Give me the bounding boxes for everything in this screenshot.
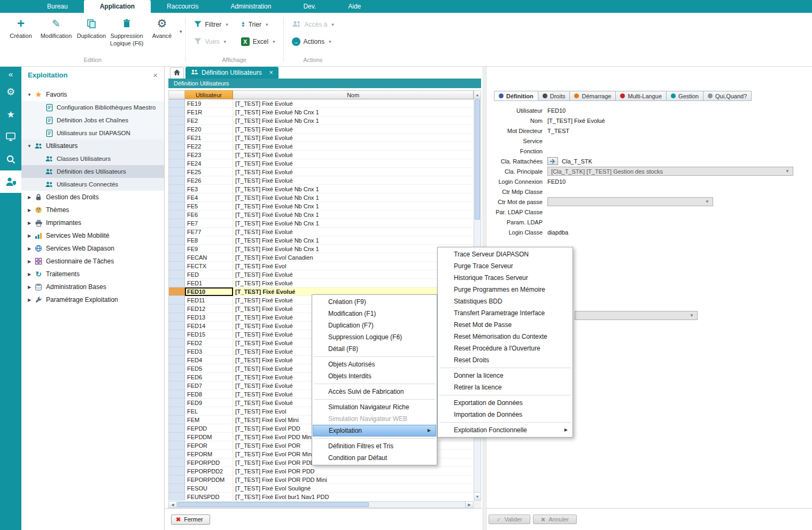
ribbon-button-avance[interactable]: ⚙Avancé xyxy=(144,13,180,40)
home-tab[interactable] xyxy=(170,67,184,79)
row-selector[interactable] xyxy=(169,287,185,296)
cell-nom[interactable]: [T_TEST] Fixé Evolué xyxy=(233,159,474,168)
cell-nom[interactable]: [T_TEST] Fixé Evolué Nb Cnx 1 xyxy=(233,219,474,228)
menu-item-exploitation-fonctionnelle[interactable]: Exploitation Fonctionnelle▶ xyxy=(438,424,573,436)
cell-utilisateur[interactable]: FED1 xyxy=(185,279,233,287)
row-selector[interactable] xyxy=(169,202,185,211)
chevron-right-icon[interactable]: ▶ xyxy=(26,233,33,238)
chevron-down-icon[interactable]: ▾ xyxy=(226,22,228,27)
scroll-up-icon[interactable]: ▲ xyxy=(474,91,481,99)
cell-nom[interactable]: [T_TEST] Fixé Evolué xyxy=(233,142,474,151)
column-header-nom[interactable]: Nom xyxy=(233,90,474,99)
menu-item-purge-programmes-en-memoire[interactable]: Purge Programmes en Mémoire xyxy=(438,284,573,295)
select-cla-principale[interactable]: [Cla_T_STK] [T_TEST] Gestion des stocks▼ xyxy=(547,167,793,176)
cell-nom[interactable]: [T_TEST] Fixé Evol POR PDD xyxy=(233,467,474,476)
row-selector[interactable] xyxy=(169,322,185,330)
row-selector[interactable] xyxy=(169,270,185,279)
row-selector[interactable] xyxy=(169,347,185,356)
row-selector[interactable] xyxy=(169,407,185,416)
ribbon-button-suppression-logique-f6[interactable]: Suppression Logique (F6) xyxy=(109,13,144,48)
cell-nom[interactable]: [T_TEST] Fixé Evolué Nb Cnx 1 xyxy=(233,236,474,245)
table-row-fe24[interactable]: FE24[T_TEST] Fixé Evolué xyxy=(169,159,474,168)
row-selector[interactable] xyxy=(169,424,185,433)
chevron-right-icon[interactable]: ▶ xyxy=(26,195,33,200)
cell-nom[interactable]: [T_TEST] Fixé Evol Souligné xyxy=(233,484,474,493)
sidebar-close-icon[interactable]: × xyxy=(153,71,158,80)
cell-utilisateur[interactable]: FEM xyxy=(185,416,233,424)
field-value-nom[interactable]: [T_TEST] Fixé Evolué xyxy=(547,118,605,124)
row-selector[interactable] xyxy=(169,305,185,313)
menu-item-exportation-de-donnees[interactable]: Exportation de Données xyxy=(438,397,573,409)
cell-utilisateur[interactable]: FE24 xyxy=(185,159,233,168)
menu-item-statistiques-bdd[interactable]: Statistiques BDD xyxy=(438,295,573,307)
sidebar-item-imprimantes[interactable]: ▶Imprimantes xyxy=(21,216,164,229)
cell-nom[interactable]: [T_TEST] Fixé Evolué xyxy=(233,134,474,142)
field-value-login-classe[interactable]: diapdba xyxy=(547,229,568,236)
table-row-fe19[interactable]: FE19[T_TEST] Fixé Evolué xyxy=(169,99,474,108)
menu-item-reset-droits[interactable]: Reset Droits xyxy=(438,354,573,366)
cell-utilisateur[interactable]: FED6 xyxy=(185,373,233,381)
cell-nom[interactable]: [T_TEST] Fixé Evolué Nb Cnx 1 xyxy=(233,116,474,125)
row-selector[interactable] xyxy=(169,134,185,142)
sidebar-item-utilisateurs-sur-diapason[interactable]: Utilisateurs sur DIAPASON xyxy=(21,127,164,139)
cell-utilisateur[interactable]: FE1R xyxy=(185,108,233,116)
cell-utilisateur[interactable]: FEPORPDD2 xyxy=(185,467,233,476)
table-row-fe9[interactable]: FE9[T_TEST] Fixé Evolué Nb Cnx 1 xyxy=(169,245,474,253)
row-selector[interactable] xyxy=(169,151,185,159)
cell-nom[interactable]: [T_TEST] Fixé Evolué xyxy=(233,176,474,185)
table-row-fe22[interactable]: FE22[T_TEST] Fixé Evolué xyxy=(169,142,474,151)
table-row-fe26[interactable]: FE26[T_TEST] Fixé Evolué xyxy=(169,176,474,185)
row-selector[interactable] xyxy=(169,484,185,493)
selector-column-header[interactable] xyxy=(169,90,185,99)
sidebar-item-favoris[interactable]: ▼★Favoris xyxy=(21,88,164,101)
row-selector[interactable] xyxy=(169,330,185,339)
row-selector[interactable] xyxy=(169,116,185,125)
cell-utilisateur[interactable]: FEPDDM xyxy=(185,433,233,441)
menu-item-detail-f8[interactable]: Détail (F8) xyxy=(312,343,437,355)
menu-item-retirer-la-licence[interactable]: Retirer la licence xyxy=(438,381,573,393)
cell-utilisateur[interactable]: FED3 xyxy=(185,347,233,356)
ribbon-button-filtrer[interactable]: Filtrer▾ xyxy=(188,20,234,30)
cell-utilisateur[interactable]: FED7 xyxy=(185,381,233,390)
cell-utilisateur[interactable]: FE3 xyxy=(185,185,233,193)
menu-item-exploitation[interactable]: Exploitation▶ xyxy=(313,425,436,437)
table-row-feporpdd2[interactable]: FEPORPDD2[T_TEST] Fixé Evol POR PDD xyxy=(169,467,474,476)
table-row-fe25[interactable]: FE25[T_TEST] Fixé Evolué xyxy=(169,168,474,176)
row-selector[interactable] xyxy=(169,381,185,390)
row-selector[interactable] xyxy=(169,441,185,450)
gear-icon[interactable]: ⚙ xyxy=(0,81,21,103)
table-row-fe2[interactable]: FE2[T_TEST] Fixé Evolué Nb Cnx 1 xyxy=(169,116,474,125)
menu-item-objets-interdits[interactable]: Objets Interdits xyxy=(312,370,437,382)
table-row-fe7[interactable]: FE7[T_TEST] Fixé Evolué Nb Cnx 1 xyxy=(169,219,474,228)
menu-item-modification-f1[interactable]: Modification (F1) xyxy=(312,308,437,319)
table-row-fe23[interactable]: FE23[T_TEST] Fixé Evolué xyxy=(169,151,474,159)
menu-item-historique-traces-serveur[interactable]: Historique Traces Serveur xyxy=(438,272,573,284)
row-selector[interactable] xyxy=(169,467,185,476)
menu-item-transfert-parametrage-interface[interactable]: Transfert Parametrage Interface xyxy=(438,307,573,319)
table-row-fesou[interactable]: FESOU[T_TEST] Fixé Evol Souligné xyxy=(169,484,474,493)
chevron-down-icon[interactable]: ▾ xyxy=(180,29,182,34)
field-value-login-connexion[interactable]: FED10 xyxy=(547,178,566,185)
user-shield-icon[interactable] xyxy=(0,170,21,193)
menubar-item-dev[interactable]: Dev. xyxy=(287,0,332,13)
tab-definition-utilisateurs[interactable]: Définition Utilisateurs × xyxy=(185,67,279,79)
cell-utilisateur[interactable]: FE4 xyxy=(185,193,233,202)
table-row-fe77[interactable]: FE77[T_TEST] Fixé Evolué xyxy=(169,228,474,236)
menubar-item-administration[interactable]: Administration xyxy=(214,0,287,13)
cell-utilisateur[interactable]: FE22 xyxy=(185,142,233,151)
table-row-fe5[interactable]: FE5[T_TEST] Fixé Evolué Nb Cnx 1 xyxy=(169,202,474,211)
menu-item-acces-suivi-de-fabrication[interactable]: Accès Suivi de Fabrication xyxy=(312,386,437,398)
table-row-fe4[interactable]: FE4[T_TEST] Fixé Evolué Nb Cnx 1 xyxy=(169,193,474,202)
sidebar-item-utilisateurs[interactable]: ▼Utilisateurs xyxy=(21,139,164,152)
chevron-right-icon[interactable]: ▶ xyxy=(26,221,33,225)
cell-utilisateur[interactable]: FED11 xyxy=(185,296,233,305)
table-row-fe21[interactable]: FE21[T_TEST] Fixé Evolué xyxy=(169,134,474,142)
cell-utilisateur[interactable]: FEPORPDD xyxy=(185,458,233,467)
menu-item-purge-trace-serveur[interactable]: Purge Trace Serveur xyxy=(438,260,573,272)
row-selector[interactable] xyxy=(169,339,185,347)
chevron-right-icon[interactable]: ▶ xyxy=(26,259,33,264)
cell-utilisateur[interactable]: FE26 xyxy=(185,176,233,185)
cell-utilisateur[interactable]: FEL xyxy=(185,407,233,416)
table-row-fed[interactable]: FED[T_TEST] Fixé Evolué xyxy=(169,270,474,279)
valider-button[interactable]: ✓ Valider xyxy=(489,515,530,524)
